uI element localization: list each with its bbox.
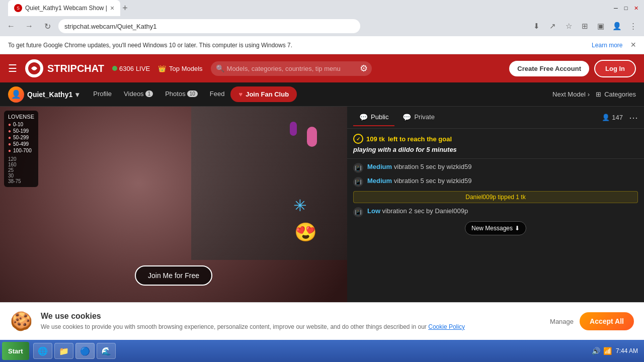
maximize-button[interactable]: □ (622, 4, 630, 12)
public-tab-label: Public (371, 113, 388, 121)
logo-text: STRIPCHAT (47, 63, 104, 74)
join-free-button[interactable]: Join Me for Free (135, 265, 212, 286)
tab-title: Quiet_Kathy1 Webcam Show | (25, 5, 107, 12)
learn-more-link[interactable]: Learn more (592, 42, 622, 49)
filter-icon[interactable]: ⚙ (360, 63, 368, 74)
create-account-button[interactable]: Create Free Account (509, 61, 589, 76)
top-models-icon: 👑 (158, 65, 166, 72)
cookie-text: We use cookies We use cookies to provide… (41, 312, 542, 331)
accept-all-button[interactable]: Accept All (580, 312, 634, 330)
system-icons: 🔊 📶 (592, 347, 612, 355)
top-models-button[interactable]: 👑 Top Models (158, 65, 202, 72)
forward-button[interactable]: → (22, 19, 36, 33)
photos-label: Photos (165, 90, 185, 98)
browser-tab[interactable]: S Quiet_Kathy1 Webcam Show | × (8, 0, 120, 16)
search-input[interactable] (211, 61, 372, 76)
lovense-row-4: ● 50-499 (8, 141, 34, 147)
tab-close-button[interactable]: × (110, 4, 114, 12)
cookie-banner: 🍪 We use cookies We use cookies to provi… (0, 302, 644, 340)
menu-icon[interactable]: ⋮ (626, 19, 640, 33)
taskbar-items: 🌐 📁 🔵 🌊 (29, 343, 592, 359)
categories-button[interactable]: ⊞ Categories (596, 90, 636, 98)
vibration-icon-3: 📳 (353, 207, 363, 217)
taskbar-folder-icon[interactable]: 📁 (54, 343, 73, 359)
profile-icon[interactable]: 👤 (610, 19, 624, 33)
room-background (191, 107, 348, 260)
goal-circle-icon: ✓ (353, 134, 363, 144)
categories-grid-icon: ⊞ (596, 90, 601, 98)
goal-tokens: 109 tk (366, 135, 385, 143)
fan-club-label: Join Fan Club (246, 90, 289, 98)
manage-cookies-button[interactable]: Manage (550, 318, 574, 325)
feed-nav-link[interactable]: Feed (204, 82, 231, 107)
refresh-button[interactable]: ↻ (40, 19, 54, 33)
clock-time: 7:44 AM (616, 347, 638, 354)
model-name: Quiet_Kathy1 (27, 90, 72, 99)
user-count-value: 147 (612, 114, 623, 121)
tip-text: Daniel009p tipped 1 tk (465, 194, 525, 201)
minimize-button[interactable]: ─ (612, 4, 620, 12)
lovense-row-1: ● 0-10 (8, 122, 34, 127)
photos-nav-link[interactable]: Photos 10 (159, 82, 204, 107)
profile-nav-link[interactable]: Profile (87, 82, 118, 107)
next-model-label: Next Model (552, 90, 586, 98)
videos-nav-link[interactable]: Videos 1 (118, 82, 159, 107)
taskbar: Start 🌐 📁 🔵 🌊 🔊 📶 7:44 AM (0, 340, 644, 362)
tip-notification: Daniel009p tipped 1 tk (353, 191, 638, 203)
fan-club-heart-icon: ♥ (238, 90, 243, 98)
start-button[interactable]: Start (2, 342, 29, 360)
emoji-overlay: 😍 (294, 222, 317, 243)
public-chat-tab[interactable]: 💬 Public (353, 109, 394, 126)
lovense-row-5: ● 100-700 (8, 148, 34, 153)
spinner-overlay: ✳ (293, 196, 307, 215)
tab-groups-icon[interactable]: ⊞ (578, 19, 592, 33)
split-screen-icon[interactable]: ▣ (594, 19, 608, 33)
chat-more-button[interactable]: ⋯ (629, 112, 638, 123)
bookmark-icon[interactable]: ☆ (561, 19, 576, 33)
goal-text: ✓ 109 tk left to reach the goal (353, 134, 638, 144)
cookie-policy-link[interactable]: Cookie Policy (428, 323, 465, 330)
download-icon[interactable]: ⬇ (529, 19, 543, 33)
logo[interactable]: STRIPCHAT (25, 59, 104, 77)
vibration-level-3: Low (367, 207, 380, 215)
new-messages-button[interactable]: New Messages ⬇ (465, 221, 526, 235)
next-model-button[interactable]: Next Model › (552, 90, 590, 98)
close-button[interactable]: ✕ (632, 4, 640, 12)
private-tab-label: Private (414, 113, 434, 121)
taskbar-edge-icon[interactable]: 🌊 (97, 343, 116, 359)
logo-svg (27, 61, 41, 75)
decor-item-1 (307, 127, 317, 147)
private-chat-tab[interactable]: 💬 Private (396, 109, 440, 126)
hamburger-menu[interactable]: ☰ (8, 62, 17, 74)
volume-icon: 🔊 (592, 347, 600, 355)
new-messages-down-icon: ⬇ (515, 225, 520, 232)
login-button[interactable]: Log In (594, 60, 636, 77)
taskbar-ie-icon[interactable]: 🌐 (33, 343, 52, 359)
next-model-chevron-icon: › (588, 90, 590, 98)
fan-club-button[interactable]: ♥ Join Fan Club (230, 86, 297, 102)
system-clock: 7:44 AM (616, 347, 638, 354)
address-bar[interactable] (58, 19, 360, 33)
model-profile-nav[interactable]: 👤 Quiet_Kathy1 ▾ (8, 86, 79, 103)
user-count: 👤 147 (602, 114, 623, 121)
goal-description: playing with a dildo for 5 minutes (353, 146, 638, 153)
live-label: LIVE (136, 65, 150, 72)
private-chat-icon: 💬 (403, 113, 411, 121)
cookie-desc-text: We use cookies to provide you with smoot… (41, 323, 427, 330)
back-button[interactable]: ← (4, 19, 18, 33)
share-icon[interactable]: ↗ (545, 19, 559, 33)
logo-icon (25, 59, 43, 77)
vibration-icon-1: 📳 (353, 163, 363, 173)
model-dropdown-icon: ▾ (75, 90, 79, 99)
chat-msg-text-2: Medium vibration 5 sec by wizkid59 (367, 177, 471, 185)
chat-msg-text-3: Low vibration 2 sec by Daniel009p (367, 207, 468, 215)
new-tab-button[interactable]: + (122, 3, 128, 14)
videos-label: Videos (124, 90, 144, 98)
lovense-levels: ● 0-10 ● 50-199 ● 50-299 ● 50-499 ● 100-… (8, 122, 34, 153)
taskbar-chrome-icon[interactable]: 🔵 (75, 343, 95, 359)
decor-item-2 (290, 122, 297, 136)
goal-desc-text: playing with a dildo for 5 minutes (353, 146, 457, 153)
banner-close-button[interactable]: × (630, 40, 636, 50)
chat-message-3: 📳 Low vibration 2 sec by Daniel009p (353, 207, 638, 217)
photos-count: 10 (187, 90, 198, 97)
